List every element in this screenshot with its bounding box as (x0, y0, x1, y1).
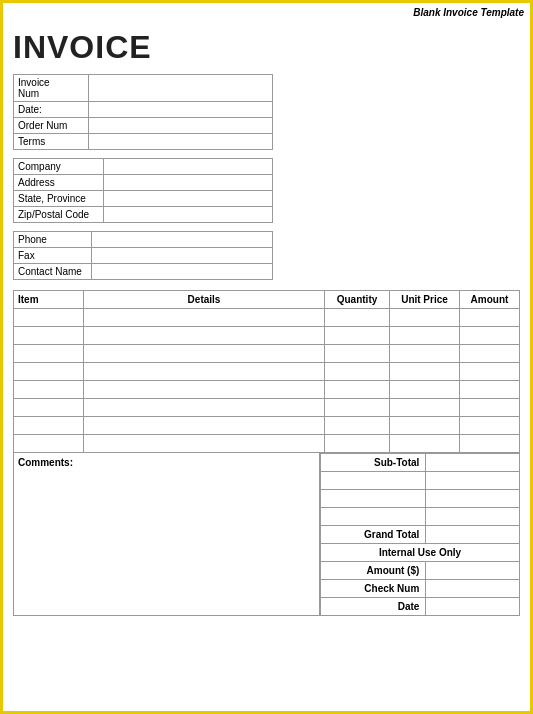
grand-total-label: Grand Total (321, 526, 426, 544)
order-num-label: Order Num (14, 118, 89, 133)
address-label: Address (14, 175, 104, 190)
company-row: Company (14, 159, 272, 175)
terms-label: Terms (14, 134, 89, 149)
table-row (14, 435, 520, 453)
sub-total-label: Sub-Total (321, 454, 426, 472)
phone-value[interactable] (92, 232, 272, 247)
amount-header: Amount (460, 291, 520, 309)
terms-row: Terms (14, 134, 272, 149)
blank-value-3[interactable] (426, 508, 520, 526)
invoice-title: INVOICE (13, 29, 520, 66)
fax-label: Fax (14, 248, 92, 263)
items-table: Item Details Quantity Unit Price Amount (13, 290, 520, 453)
blank-value-1[interactable] (426, 472, 520, 490)
date-label: Date: (14, 102, 89, 117)
company-label: Company (14, 159, 104, 174)
terms-value[interactable] (89, 134, 272, 149)
address-section: Company Address State, Province Zip/Post… (13, 158, 273, 223)
contact-name-row: Contact Name (14, 264, 272, 279)
blank-label-3 (321, 508, 426, 526)
date-value[interactable] (89, 102, 272, 117)
address-row: Address (14, 175, 272, 191)
order-num-value[interactable] (89, 118, 272, 133)
grand-total-value[interactable] (426, 526, 520, 544)
sub-total-row: Sub-Total (321, 454, 520, 472)
blank-label-1 (321, 472, 426, 490)
table-header-row: Item Details Quantity Unit Price Amount (14, 291, 520, 309)
invoice-num-value[interactable] (89, 75, 272, 101)
top-fields-section: InvoiceNum Date: Order Num Terms (13, 74, 273, 150)
internal-use-label: Internal Use Only (321, 544, 520, 562)
item-header: Item (14, 291, 84, 309)
state-label: State, Province (14, 191, 104, 206)
check-num-row: Check Num (321, 580, 520, 598)
date-totals-label: Date (321, 598, 426, 616)
blank-row-3 (321, 508, 520, 526)
table-row (14, 399, 520, 417)
amount-row: Amount ($) (321, 562, 520, 580)
phone-label: Phone (14, 232, 92, 247)
table-row (14, 363, 520, 381)
quantity-header: Quantity (325, 291, 390, 309)
amount-value[interactable] (426, 562, 520, 580)
totals-table: Sub-Total Grand Total (320, 453, 520, 616)
sub-total-value[interactable] (426, 454, 520, 472)
bottom-section: Comments: Sub-Total (13, 453, 520, 616)
blank-row-1 (321, 472, 520, 490)
contact-name-label: Contact Name (14, 264, 92, 279)
check-num-label: Check Num (321, 580, 426, 598)
details-header: Details (84, 291, 325, 309)
table-row (14, 417, 520, 435)
blank-row-2 (321, 490, 520, 508)
date-totals-value[interactable] (426, 598, 520, 616)
state-row: State, Province (14, 191, 272, 207)
blank-value-2[interactable] (426, 490, 520, 508)
blank-label-2 (321, 490, 426, 508)
amount-label: Amount ($) (321, 562, 426, 580)
contact-section: Phone Fax Contact Name (13, 231, 273, 280)
zip-row: Zip/Postal Code (14, 207, 272, 222)
grand-total-row: Grand Total (321, 526, 520, 544)
date-row: Date: (14, 102, 272, 118)
invoice-num-label: InvoiceNum (14, 75, 89, 101)
fax-row: Fax (14, 248, 272, 264)
state-value[interactable] (104, 191, 272, 206)
zip-label: Zip/Postal Code (14, 207, 104, 222)
zip-value[interactable] (104, 207, 272, 222)
check-num-value[interactable] (426, 580, 520, 598)
order-num-row: Order Num (14, 118, 272, 134)
table-row (14, 309, 520, 327)
company-value[interactable] (104, 159, 272, 174)
totals-area: Sub-Total Grand Total (320, 453, 520, 616)
internal-use-row: Internal Use Only (321, 544, 520, 562)
address-value[interactable] (104, 175, 272, 190)
contact-name-value[interactable] (92, 264, 272, 279)
unit-price-header: Unit Price (390, 291, 460, 309)
template-label: Blank Invoice Template (413, 7, 524, 18)
table-row (14, 345, 520, 363)
table-row (14, 327, 520, 345)
date-row-totals: Date (321, 598, 520, 616)
fax-value[interactable] (92, 248, 272, 263)
table-row (14, 381, 520, 399)
phone-row: Phone (14, 232, 272, 248)
comments-label: Comments: (18, 457, 73, 468)
invoice-num-row: InvoiceNum (14, 75, 272, 102)
comments-area[interactable]: Comments: (13, 453, 320, 616)
